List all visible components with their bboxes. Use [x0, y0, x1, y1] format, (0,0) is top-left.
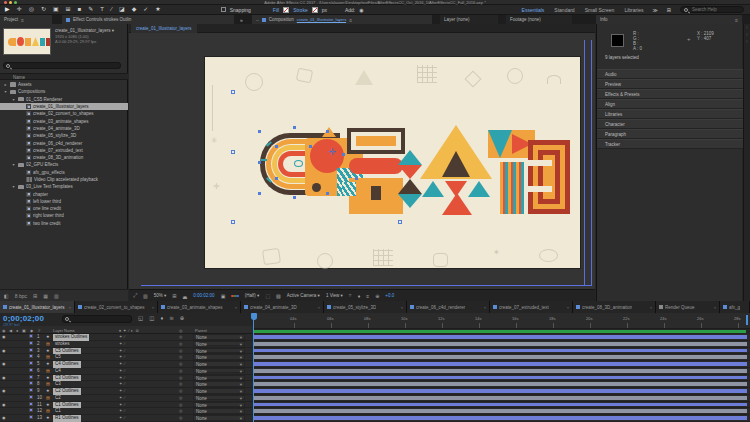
close-icon[interactable]: ×: [152, 305, 154, 310]
comp-mini-flowchart-icon[interactable]: ◱: [138, 315, 143, 321]
always-preview-icon[interactable]: ⤢: [133, 292, 137, 299]
timeline-tab-create-06-c4d-renderer[interactable]: create_06_c4d_renderer×: [407, 301, 490, 313]
zoom-tool-icon[interactable]: ◎: [29, 5, 34, 14]
layer-name[interactable]: C3 Outlines: [53, 375, 81, 382]
layer-row-c5[interactable]: 4▤C5✦∕◎None▾: [0, 354, 750, 361]
new-composition-icon[interactable]: ▦: [43, 293, 48, 299]
timeline-tab-create-01-illustrator-layers[interactable]: create_01_Illustrator_layers×: [0, 301, 75, 313]
workspace-small-screen[interactable]: Small Screen: [585, 7, 615, 13]
timeline-tab-create-02-convert-to-shapes[interactable]: create_02_convert_to_shapes×: [75, 301, 158, 313]
path-point[interactable]: [355, 177, 358, 180]
project-item-left-lower-third[interactable]: left lower third: [0, 198, 128, 205]
project-item-create-05-stylize-3d[interactable]: create_05_stylize_3D: [0, 132, 128, 139]
workspace-overflow-icon[interactable]: ≫: [653, 7, 658, 13]
project-item-assets[interactable]: ▸Assets: [0, 81, 128, 88]
label-color-swatch[interactable]: [29, 415, 33, 419]
parent-pickwhip-icon[interactable]: ◎: [179, 328, 183, 333]
project-item-one-line-credit[interactable]: one line credit: [0, 205, 128, 212]
parent-dropdown[interactable]: None▾: [193, 368, 245, 374]
panel-libraries[interactable]: Libraries: [597, 109, 743, 119]
pickwhip-icon[interactable]: ◎: [179, 361, 183, 368]
layer-row-c1[interactable]: 12▤C1✦∕◎None▾: [0, 408, 750, 415]
camera-view-dropdown[interactable]: Active Camera ▾: [287, 293, 320, 298]
layer-switches[interactable]: ✦∕: [119, 334, 127, 341]
workspace-libraries[interactable]: Libraries: [624, 7, 643, 13]
layer-row-c4[interactable]: 6▤C4✦∕◎None▾: [0, 368, 750, 375]
label-color-swatch[interactable]: [29, 354, 33, 358]
new-folder-icon[interactable]: ⊞: [33, 293, 37, 299]
timeline-icon[interactable]: ≡: [366, 293, 369, 299]
frame-blending-icon[interactable]: ≋: [169, 315, 174, 321]
transparency-grid-icon[interactable]: ▨: [276, 293, 281, 299]
layer-duration-bar[interactable]: [253, 376, 747, 380]
parent-dropdown[interactable]: None▾: [193, 388, 245, 394]
pickwhip-icon[interactable]: ◎: [179, 334, 183, 341]
composition-canvas[interactable]: ✳ ✛ ✶: [205, 57, 580, 268]
clone-stamp-tool-icon[interactable]: ◪: [119, 5, 125, 14]
camera-tool-icon[interactable]: ▣: [53, 5, 59, 14]
layer-name[interactable]: R1 Outlines: [53, 415, 81, 422]
close-icon[interactable]: ×: [650, 305, 652, 310]
layer-row-strokes[interactable]: 2▤strokes✦∕◎None▾: [0, 341, 750, 348]
eye-icon[interactable]: ◉: [2, 348, 6, 355]
stroke-label[interactable]: Stroke: [293, 7, 307, 13]
path-point[interactable]: [258, 161, 261, 164]
tab-effect-controls[interactable]: Effect Controls strokes Outlin: [62, 15, 234, 24]
project-item-chapter[interactable]: chapter: [0, 190, 128, 197]
help-search[interactable]: [680, 6, 744, 13]
label-column-icon[interactable]: ◆: [30, 328, 33, 333]
brush-tool-icon[interactable]: ∕: [111, 5, 112, 14]
layer-name[interactable]: C2: [53, 395, 63, 402]
selection-handle[interactable]: [231, 150, 235, 154]
mask-visibility-icon[interactable]: ◛: [182, 293, 187, 299]
show-channel-icon[interactable]: [231, 293, 239, 298]
snapshot-icon[interactable]: ▣: [221, 293, 226, 299]
solo-column-icon[interactable]: ●: [16, 328, 18, 333]
layer-row-r1-outlines[interactable]: ◉13★R1 Outlines✦∕◎None▾: [0, 415, 750, 422]
path-point[interactable]: [293, 196, 296, 199]
layer-name[interactable]: strokes Outlines: [53, 334, 89, 341]
zoom-level-dropdown[interactable]: 50% ▾: [154, 293, 167, 298]
project-item-create-01-illustrator-layers[interactable]: create_01_Illustrator_layers: [0, 103, 128, 110]
view-layout-dropdown[interactable]: 1 View ▾: [326, 293, 343, 298]
tab-footage[interactable]: Footage (none): [506, 15, 572, 24]
timeline-tab-create-07-extruded-text[interactable]: create_07_extruded_text×: [490, 301, 573, 313]
snapping-checkbox[interactable]: [221, 7, 226, 12]
label-color-swatch[interactable]: [29, 408, 33, 412]
motion-blur-icon[interactable]: ⊕: [180, 315, 185, 321]
layer-switches[interactable]: ✦∕: [119, 395, 127, 402]
project-item-02-gpu-effects[interactable]: ▾02_GPU Effects: [0, 161, 128, 168]
layer-duration-bar[interactable]: [253, 362, 747, 366]
path-point[interactable]: [275, 145, 278, 148]
layer-duration-bar[interactable]: [253, 369, 747, 373]
project-item-01-cs5-renderer[interactable]: ▾01_CS5 Renderer: [0, 96, 128, 103]
project-bpc-button[interactable]: 8 bpc: [15, 293, 27, 299]
stroke-swatch[interactable]: [312, 7, 318, 13]
project-item-right-lower-third[interactable]: right lower third: [0, 212, 128, 219]
pen-tool-icon[interactable]: ✎: [88, 5, 93, 14]
panel-align[interactable]: Align: [597, 99, 743, 109]
layer-name[interactable]: C1 Outlines: [53, 402, 81, 409]
timeline-tab-create-08-3d-animation[interactable]: create_08_3D_animation×: [573, 301, 656, 313]
timeline-tab-create-05-stylize-3d[interactable]: create_05_stylize_3D×: [324, 301, 407, 313]
path-point[interactable]: [293, 126, 296, 129]
audio-column-icon[interactable]: ◀: [9, 328, 12, 333]
layer-row-c2[interactable]: 10▤C2✦∕◎None▾: [0, 395, 750, 402]
layer-switches[interactable]: ✦∕: [119, 375, 127, 382]
layer-switches[interactable]: ✦∕: [119, 361, 127, 368]
time-ruler[interactable]: 04s06s08s10s12s14s16s18s20s22s24s26s28s: [253, 313, 750, 329]
layer-row-c1-outlines[interactable]: ◉11★C1 Outlines✦∕◎None▾: [0, 402, 750, 409]
timeline-tab-create-03-animate-shapes[interactable]: create_03_animate_shapes×: [158, 301, 241, 313]
pickwhip-icon[interactable]: ◎: [179, 402, 183, 409]
layer-switches[interactable]: ✦∕: [119, 415, 127, 422]
path-point[interactable]: [258, 130, 261, 133]
timeline-search[interactable]: [62, 315, 132, 323]
close-icon[interactable]: ×: [235, 305, 237, 310]
parent-column-header[interactable]: Parent: [195, 328, 207, 333]
layer-name[interactable]: C2 Outlines: [53, 388, 81, 395]
lock-column-icon[interactable]: ▣: [22, 328, 26, 333]
layer-duration-bar[interactable]: [253, 396, 747, 400]
fill-swatch[interactable]: [283, 7, 289, 13]
resolution-dropdown[interactable]: (Half) ▾: [245, 293, 260, 298]
path-point[interactable]: [275, 177, 278, 180]
